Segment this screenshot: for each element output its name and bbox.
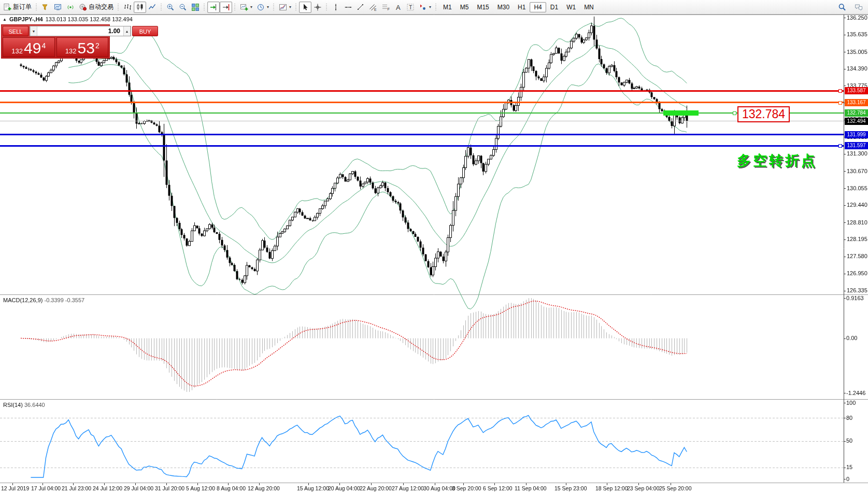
chart-area[interactable]: 136.250135.635135.005134.390133.775133.1…: [0, 15, 868, 494]
metaeditor-button[interactable]: [39, 2, 52, 13]
candlestick-chart-button[interactable]: [134, 2, 146, 13]
candles-icon: [136, 3, 144, 11]
tf-m30-button-label: M30: [497, 4, 509, 11]
resistance-line-133167[interactable]: [0, 102, 844, 103]
fibo-icon: F: [381, 3, 390, 11]
toolbar-separator: [203, 2, 206, 13]
rsi-axis-tick: 15: [846, 464, 868, 470]
collapse-panel-icon[interactable]: ▲: [3, 17, 7, 22]
chart-period-button[interactable]: ▾: [254, 2, 271, 13]
chart-canvas[interactable]: [0, 15, 868, 494]
auto-scroll-button[interactable]: [220, 2, 232, 13]
price-axis-tick: 129.440: [847, 202, 868, 208]
tile-windows-button[interactable]: [189, 2, 202, 13]
buy-button[interactable]: BUY: [132, 26, 158, 36]
tile-icon: [191, 3, 200, 11]
highlight-zone[interactable]: [663, 110, 699, 116]
cursor-button[interactable]: [299, 2, 311, 13]
cursor-icon: [301, 3, 309, 11]
time-axis-label: 24 Jul 12:00: [93, 485, 122, 491]
toolbar: 新订单自动交易▾▾▾EFAT▾M1M5M15M30H1H4D1W1MN: [0, 0, 868, 15]
crosshair-icon: [314, 3, 322, 11]
line-handle[interactable]: [838, 144, 842, 148]
lot-decrease-button[interactable]: ▼: [30, 26, 37, 36]
shift-icon: [209, 3, 218, 11]
signals-button[interactable]: [64, 2, 77, 13]
arrows-icon: [419, 3, 427, 11]
time-axis-label: 12 Jul 2019: [1, 485, 29, 491]
text-button[interactable]: A: [392, 2, 404, 13]
current-price-line[interactable]: [0, 121, 844, 121]
time-axis-label: 6 Sep 12:00: [483, 485, 513, 491]
new-order-icon: [3, 3, 11, 11]
pivot-line-132784[interactable]: [0, 112, 844, 114]
tf-m30-button[interactable]: M30: [493, 2, 514, 12]
chevron-down-icon: ▾: [429, 5, 431, 9]
one-click-trading-panel: SELL ▼ ▲ BUY 132 49 4 132 53 2: [1, 24, 110, 59]
chat-button[interactable]: [852, 2, 865, 13]
new-chart-icon: [240, 3, 248, 11]
zoom-out-button[interactable]: [177, 2, 189, 13]
chart-shift-button[interactable]: [207, 2, 220, 13]
tf-m15-button[interactable]: M15: [473, 2, 493, 12]
line-handle[interactable]: [838, 101, 842, 105]
market-watch-button[interactable]: [52, 2, 64, 13]
channel-button[interactable]: E: [367, 2, 379, 13]
price-axis-tick: 127.580: [847, 253, 868, 259]
time-axis-label: 3 Sep 20:00: [452, 485, 481, 491]
level-badge-131999: 131.999: [845, 131, 868, 138]
resistance-line-133587[interactable]: [0, 90, 844, 92]
line-handle[interactable]: [838, 89, 842, 93]
lot-increase-button[interactable]: ▲: [123, 26, 131, 36]
vertical-line-button[interactable]: [330, 2, 342, 13]
toolbar-separator: [272, 2, 276, 13]
new-order-button[interactable]: 新订单: [1, 2, 34, 13]
vline-icon: [332, 3, 340, 11]
search-button[interactable]: [836, 2, 848, 13]
time-axis-label: 11 Sep 04:00: [515, 485, 547, 491]
tf-m1-button[interactable]: M1: [439, 2, 456, 12]
symbol-title: GBPJPY-,H4: [9, 16, 43, 22]
zoom-in-button[interactable]: [164, 2, 177, 13]
line-chart-button[interactable]: [146, 2, 159, 13]
price-axis-tick: 128.195: [847, 236, 868, 242]
trendline-button[interactable]: [354, 2, 367, 13]
signal-icon: [66, 3, 75, 11]
time-axis-label: 29 Jul 04:00: [124, 485, 153, 491]
line-handle[interactable]: [733, 111, 736, 115]
horizontal-line-button[interactable]: [342, 2, 354, 13]
autotrading-button[interactable]: 自动交易: [77, 2, 116, 13]
support-line-131999[interactable]: [0, 134, 844, 135]
sell-button[interactable]: SELL: [3, 26, 29, 36]
macd-axis-tick: 0.9163: [846, 295, 868, 301]
fibonacci-button[interactable]: F: [379, 2, 392, 13]
tf-h1-button[interactable]: H1: [514, 2, 530, 12]
crosshair-button[interactable]: [311, 2, 324, 13]
svg-text:A: A: [396, 3, 401, 11]
tf-d1-button[interactable]: D1: [546, 2, 562, 12]
toolbar-separator: [325, 2, 329, 13]
lot-input[interactable]: [37, 26, 123, 36]
tf-mn-button[interactable]: MN: [580, 2, 598, 12]
time-axis-label: 18 Sep 12:00: [595, 485, 628, 491]
time-axis-label: 12 Aug 20:00: [248, 485, 280, 491]
time-axis-label: 15 Aug 12:00: [297, 485, 329, 491]
tf-m1-button-label: M1: [443, 4, 452, 11]
indicators-button[interactable]: ▾: [277, 2, 293, 13]
bar-chart-button[interactable]: [121, 2, 134, 13]
sell-quote[interactable]: 132 49 4: [3, 37, 55, 57]
text-label-button[interactable]: T: [404, 2, 417, 13]
price-annotation-box[interactable]: 132.784: [737, 106, 790, 122]
zoom-out-icon: [179, 3, 187, 11]
new-order-button-label: 新订单: [13, 3, 32, 11]
support-line-131597[interactable]: [0, 145, 844, 147]
arrows-button[interactable]: ▾: [417, 2, 433, 13]
tf-h4-button[interactable]: H4: [530, 2, 546, 12]
toolbar-separator: [233, 2, 237, 13]
new-chart-button[interactable]: ▾: [238, 2, 254, 13]
tf-m5-button[interactable]: M5: [456, 2, 473, 12]
chat-icon: [855, 3, 863, 11]
tf-w1-button[interactable]: W1: [562, 2, 580, 12]
price-axis-tick: 135.635: [847, 31, 868, 37]
buy-quote[interactable]: 132 53 2: [56, 37, 109, 57]
